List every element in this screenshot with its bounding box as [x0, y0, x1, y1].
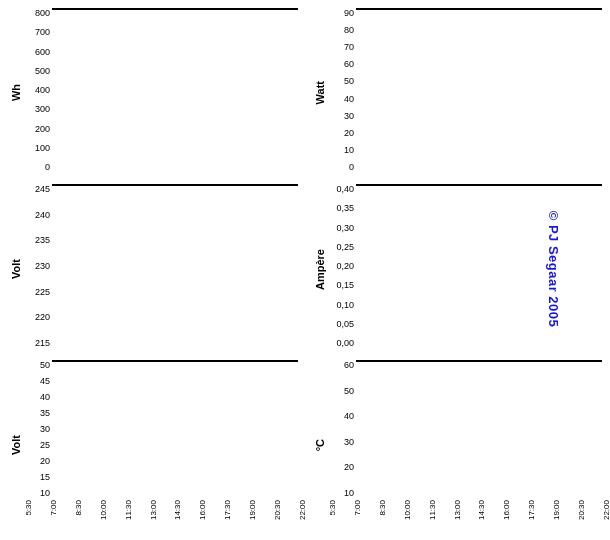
y-ticks: 605040302010	[328, 360, 354, 498]
y-axis-label: Volt	[8, 435, 24, 455]
x-ticks	[24, 174, 298, 178]
y-ticks: 0,400,350,300,250,200,150,100,050,00	[328, 184, 354, 348]
y-ticks: 245240235230225220215	[24, 184, 50, 348]
y-axis-label: °C	[312, 439, 328, 451]
y-axis-label: Watt	[312, 81, 328, 104]
chart-panel-pac: Watt9080706050403020100AC power (Pac)	[312, 8, 602, 178]
x-ticks	[24, 350, 298, 354]
x-ticks: 5:307:008:3010:0011:3013:0014:3016:0017:…	[24, 500, 298, 530]
plot-area: Inverter temperature (T)	[356, 360, 602, 362]
chart-panel-iac: Ampère0,400,350,300,250,200,150,100,050,…	[312, 184, 602, 354]
y-ticks: 9080706050403020100	[328, 8, 354, 172]
plot-area: AC voltage (Vac)	[52, 184, 298, 186]
y-axis-label: Volt	[8, 259, 24, 279]
chart-panel-temp: °C605040302010Inverter temperature (T)5:…	[312, 360, 602, 530]
y-axis-label: Wh	[8, 84, 24, 101]
plot-area: AC current (Iac)	[356, 184, 602, 186]
x-ticks	[328, 350, 602, 354]
y-axis-label: Ampère	[312, 249, 328, 290]
plot-area: DC voltage (Vdc)	[52, 360, 298, 362]
x-ticks: 5:307:008:3010:0011:3013:0014:3016:0017:…	[328, 500, 602, 530]
y-ticks: 504540353025201510	[24, 360, 50, 498]
chart-panel-vdc: Volt504540353025201510DC voltage (Vdc)5:…	[8, 360, 298, 530]
chart-panel-vac: Volt245240235230225220215AC voltage (Vac…	[8, 184, 298, 354]
chart-panel-energy: Wh8007006005004003002001000Energy produc…	[8, 8, 298, 178]
y-ticks: 8007006005004003002001000	[24, 8, 50, 172]
x-ticks	[328, 174, 602, 178]
plot-area: AC power (Pac)	[356, 8, 602, 10]
plot-area: Energy production (E)1130341496555958296…	[52, 8, 298, 10]
